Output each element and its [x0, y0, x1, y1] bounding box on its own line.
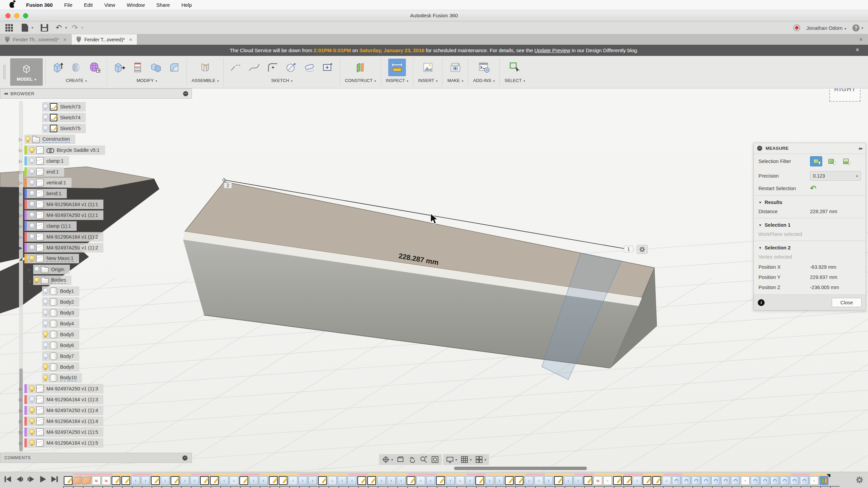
visibility-bulb-icon[interactable]: [43, 299, 48, 305]
timeline-sketch-icon[interactable]: [171, 476, 179, 485]
timeline-sketch-icon[interactable]: [239, 476, 248, 485]
timeline-sketch-icon[interactable]: [505, 476, 514, 485]
browser-row[interactable]: ▷ clamp (1):1: [0, 221, 192, 231]
restart-selection-icon[interactable]: ↶: [810, 185, 816, 191]
timeline-body-icon[interactable]: ▫: [810, 476, 818, 485]
browser-row-label[interactable]: M4-92497A250 v1 (1):5: [46, 429, 98, 435]
visibility-bulb-icon[interactable]: [29, 147, 34, 154]
timeline-bend-icon[interactable]: ◠: [731, 476, 740, 485]
visibility-bulb-icon[interactable]: [29, 223, 34, 229]
browser-header[interactable]: ◀◀ BROWSER −: [0, 88, 192, 99]
ribbon-group-label[interactable]: CREATE ▾: [66, 78, 87, 83]
browser-row[interactable]: ▷ M4-92497A250 v1 (1):1: [0, 210, 192, 221]
browser-row[interactable]: Body3: [0, 307, 192, 318]
browser-row-label[interactable]: M4-91290A164 v1 (1):2: [46, 234, 98, 240]
browser-row-label[interactable]: clamp (1):1: [46, 223, 71, 229]
undo-icon[interactable]: ↶: [56, 24, 62, 31]
timeline-sketch-icon[interactable]: [210, 476, 219, 485]
info-icon[interactable]: i: [758, 299, 765, 306]
browser-row-label[interactable]: Bodies: [51, 277, 66, 284]
fit-icon[interactable]: [430, 455, 440, 464]
timeline-sketch-icon[interactable]: [475, 476, 484, 485]
timeline-go-to-end-icon[interactable]: [50, 475, 59, 484]
expand-arrow-icon[interactable]: ▷: [17, 159, 24, 164]
ribbon-group-label[interactable]: CONSTRUCT ▾: [345, 78, 376, 83]
timeline-extrude-icon[interactable]: ↑: [338, 476, 347, 485]
visibility-bulb-icon[interactable]: [29, 244, 34, 251]
browser-row-label[interactable]: Sketch75: [60, 126, 80, 131]
viewports-icon[interactable]: ▾: [474, 455, 487, 464]
workspace-switcher-model[interactable]: MODEL ▾: [10, 58, 43, 86]
timeline-extrude-icon[interactable]: ↑: [308, 476, 317, 485]
precision-select[interactable]: 0.123▾: [810, 171, 861, 181]
visibility-bulb-icon[interactable]: [43, 342, 48, 349]
visibility-bulb-icon[interactable]: [29, 212, 34, 219]
timeline-extrude-icon[interactable]: ↑: [446, 476, 455, 485]
menu-share[interactable]: Share: [156, 2, 170, 8]
browser-row-label[interactable]: Bicycle Saddle v5:1: [57, 147, 100, 153]
browser-row-label[interactable]: Construction: [42, 136, 70, 143]
timeline-extrude-icon[interactable]: ↑: [387, 476, 396, 485]
browser-row[interactable]: Sketch73: [0, 101, 192, 112]
timeline-plane-icon[interactable]: [73, 476, 82, 485]
measure-dock-icon[interactable]: ▶▶: [859, 147, 862, 150]
visibility-bulb-icon[interactable]: [29, 407, 34, 414]
file-menu-icon[interactable]: [22, 24, 28, 32]
visibility-bulb-icon[interactable]: [29, 179, 34, 186]
browser-row[interactable]: ◢ Bodies: [0, 275, 192, 286]
browser-row-label[interactable]: Body2: [60, 299, 74, 305]
browser-row[interactable]: ▷ bend:1: [0, 188, 192, 199]
browser-row-label[interactable]: Body1: [60, 288, 74, 294]
ribbon-group-label[interactable]: MODIFY ▾: [137, 78, 157, 83]
browser-row-label[interactable]: vertical:1: [46, 180, 66, 185]
document-tab-active[interactable]: Fender T...overed)* ×: [72, 34, 137, 45]
browser-row[interactable]: ▷ M4-91290A164 v1 (1):4: [0, 416, 192, 427]
data-panel-icon[interactable]: [5, 24, 13, 32]
measure-icon[interactable]: [388, 59, 406, 76]
timeline-sketch-icon[interactable]: [584, 476, 592, 485]
browser-row-label[interactable]: M4-91290A164 v1 (1):5: [46, 440, 98, 446]
timeline-hole-icon[interactable]: ○: [289, 476, 297, 485]
timeline-extrude-icon[interactable]: ↑: [298, 476, 307, 485]
timeline-sketch-icon[interactable]: [121, 476, 130, 485]
timeline-extrude-icon[interactable]: ↑: [426, 476, 435, 485]
timeline-extrude-icon[interactable]: ↑: [220, 476, 229, 485]
timeline-hole-icon[interactable]: ○: [230, 476, 238, 485]
expand-arrow-icon[interactable]: ▶: [17, 245, 24, 250]
visibility-bulb-icon[interactable]: [43, 125, 48, 132]
menu-app-name[interactable]: Fusion 360: [26, 2, 53, 8]
rectangle-icon[interactable]: [320, 59, 335, 76]
comments-toggle-icon[interactable]: −: [182, 455, 188, 461]
measure-minimize-icon[interactable]: −: [757, 146, 762, 151]
timeline-bend-icon[interactable]: ◠: [692, 476, 701, 485]
redo-caret-icon[interactable]: ▾: [81, 26, 83, 29]
select-icon[interactable]: [507, 59, 522, 76]
visibility-bulb-icon[interactable]: [43, 374, 48, 381]
ribbon-group-label[interactable]: INSPECT ▾: [386, 78, 408, 83]
browser-row-label[interactable]: Body8: [60, 364, 74, 370]
timeline-bend-icon[interactable]: ◠: [761, 476, 769, 485]
browser-row[interactable]: ▷ M4-92497A250 v1 (1):4: [0, 405, 192, 416]
timeline-extrude-icon[interactable]: ↑: [131, 476, 140, 485]
timeline-bend-icon[interactable]: ◠: [702, 476, 710, 485]
comments-bar[interactable]: COMMENTS −: [0, 453, 192, 463]
timeline-extrude-icon[interactable]: ↑: [485, 476, 494, 485]
browser-row-label[interactable]: Origin: [51, 267, 64, 272]
filter-component-button[interactable]: [840, 156, 852, 166]
filter-face-button[interactable]: [825, 156, 837, 166]
visibility-bulb-icon[interactable]: [34, 266, 39, 273]
expand-arrow-icon[interactable]: ▷: [17, 441, 24, 446]
close-button[interactable]: Close: [832, 298, 862, 307]
browser-row[interactable]: Sketch74: [0, 112, 192, 123]
expand-arrow-icon[interactable]: ▷: [17, 191, 24, 196]
ribbon-group-label[interactable]: ASSEMBLE ▾: [192, 78, 219, 83]
timeline-bend-icon[interactable]: ◠: [672, 476, 681, 485]
menu-view[interactable]: View: [104, 2, 115, 8]
timeline-play-icon[interactable]: [38, 475, 47, 484]
timeline-step-back-icon[interactable]: [15, 475, 24, 484]
browser-row[interactable]: ▶ Origin: [0, 264, 192, 275]
browser-row[interactable]: ▷ M4-91290A164 v1 (1):1: [0, 199, 192, 210]
ribbon-group-label[interactable]: SELECT ▾: [505, 78, 525, 83]
timeline-plane-icon[interactable]: [82, 476, 92, 485]
browser-row[interactable]: Body7: [0, 351, 192, 362]
